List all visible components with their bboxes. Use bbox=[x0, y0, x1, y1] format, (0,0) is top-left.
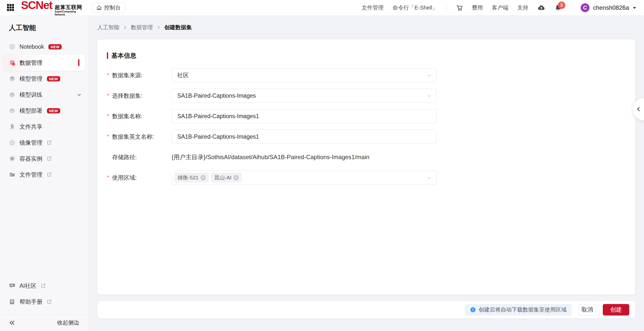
required-marker: * bbox=[107, 174, 110, 181]
usage-region-multiselect[interactable]: 雄衡-521 昆山-AI bbox=[172, 171, 436, 185]
breadcrumb-separator-icon bbox=[123, 25, 127, 30]
sidebar-item-label: 帮助手册 bbox=[20, 298, 42, 306]
section-title: 基本信息 bbox=[111, 52, 136, 60]
remove-tag-icon[interactable] bbox=[234, 175, 239, 180]
dataset-english-name-input[interactable] bbox=[172, 130, 436, 144]
cancel-button[interactable]: 取消 bbox=[578, 304, 596, 315]
remove-tag-icon[interactable] bbox=[200, 175, 206, 180]
double-chevron-left-icon bbox=[9, 319, 16, 326]
breadcrumb-ai[interactable]: 人工智能 bbox=[98, 24, 119, 31]
field-label: * 选择数据集: bbox=[107, 92, 172, 100]
new-badge: NEW bbox=[48, 44, 62, 50]
sidebar-item-label: 文件共享 bbox=[20, 123, 42, 131]
sidebar-item-model-management[interactable]: 模型管理 NEW bbox=[0, 71, 88, 87]
user-menu[interactable]: C chensh0826a bbox=[580, 3, 637, 13]
required-marker: * bbox=[107, 92, 110, 99]
console-button[interactable]: 控制台 bbox=[92, 3, 125, 13]
choose-dataset-select[interactable]: SA1B-Paired-Captions-Images bbox=[172, 89, 436, 103]
info-icon bbox=[470, 307, 476, 313]
section-header: 基本信息 bbox=[107, 52, 626, 60]
region-tag-label: 雄衡-521 bbox=[178, 174, 198, 181]
sidebar-item-label: 文件管理 bbox=[20, 171, 42, 179]
logo-en-text-1: SuperComputing bbox=[55, 10, 82, 13]
field-label: * 数据集来源: bbox=[107, 72, 172, 79]
scnet-logo[interactable]: SCNet 超算互联网 SuperComputing Network bbox=[21, 0, 82, 16]
form-card: 基本信息 * 数据集来源: 社区 bbox=[98, 40, 635, 294]
info-note-text: 创建后将自动下载数据集至使用区域 bbox=[479, 306, 566, 313]
apps-grid-icon[interactable] bbox=[7, 4, 14, 12]
chat-bubble-icon bbox=[9, 282, 16, 289]
sidebar: 人工智能 Notebook NEW 数据管理 模型管理 bbox=[0, 16, 88, 331]
sidebar-item-label: 模型部署 bbox=[20, 107, 42, 115]
nav-file-management[interactable]: 文件管理 bbox=[362, 4, 384, 12]
cart-icon[interactable] bbox=[456, 4, 463, 11]
sidebar-item-label: 镜像管理 bbox=[20, 139, 42, 147]
form-row-dataset-source: * 数据集来源: 社区 bbox=[107, 68, 626, 82]
sidebar-item-model-deployment[interactable]: 模型部署 NEW bbox=[0, 103, 88, 119]
notebook-icon bbox=[9, 44, 16, 50]
nav-client[interactable]: 客户端 bbox=[492, 4, 508, 12]
training-cube-icon bbox=[9, 91, 16, 98]
required-marker: * bbox=[107, 113, 110, 120]
region-tag: 雄衡-521 bbox=[174, 173, 208, 182]
create-button[interactable]: 创建 bbox=[603, 304, 629, 315]
breadcrumb-data-management[interactable]: 数据管理 bbox=[131, 24, 153, 31]
dataset-source-select[interactable]: 社区 bbox=[172, 68, 436, 82]
top-header: SCNet 超算互联网 SuperComputing Network 控制台 文… bbox=[0, 0, 644, 16]
chevron-down-icon bbox=[427, 176, 432, 180]
field-label: * 存储路径: bbox=[107, 153, 172, 161]
header-divider-2 bbox=[571, 4, 571, 12]
form-row-dataset-english-name: * 数据集英文名称: bbox=[107, 130, 626, 144]
sidebar-item-notebook[interactable]: Notebook NEW bbox=[0, 39, 88, 55]
collapse-sidebar-button[interactable]: 收起侧边 bbox=[0, 314, 88, 331]
sidebar-item-data-management[interactable]: 数据管理 bbox=[3, 55, 85, 71]
sidebar-item-file-sharing[interactable]: 文件共享 bbox=[0, 119, 88, 135]
notification-count-badge: 3 bbox=[558, 2, 565, 9]
cloud-upload-icon[interactable] bbox=[537, 4, 545, 12]
dataset-source-value: 社区 bbox=[177, 72, 189, 79]
caret-down-icon bbox=[632, 5, 637, 10]
collapse-sidebar-label: 收起侧边 bbox=[57, 319, 79, 326]
section-accent-bar bbox=[107, 52, 108, 59]
external-link-icon bbox=[40, 283, 46, 288]
sidebar-item-file-management[interactable]: 文件管理 bbox=[0, 167, 88, 183]
deploy-cube-icon bbox=[9, 107, 16, 114]
logo-en-text-2: Network bbox=[55, 13, 82, 16]
sidebar-item-help-manual[interactable]: 帮助手册 bbox=[0, 294, 88, 310]
sidebar-item-label: 数据管理 bbox=[20, 59, 42, 67]
chevron-down-icon bbox=[76, 92, 82, 98]
sidebar-item-label: Notebook bbox=[20, 44, 44, 50]
chevron-down-icon bbox=[427, 94, 432, 98]
sidebar-item-label: 模型训练 bbox=[20, 91, 42, 99]
folder-icon bbox=[9, 171, 16, 178]
external-link-icon bbox=[46, 299, 52, 304]
external-link-icon bbox=[46, 140, 52, 145]
home-icon bbox=[96, 5, 102, 11]
breadcrumb-separator-icon bbox=[156, 25, 161, 30]
field-label: * 数据集英文名称: bbox=[107, 133, 172, 141]
form-row-usage-region: * 使用区域: 雄衡-521 昆山-AI bbox=[107, 171, 626, 185]
info-note: 创建后将自动下载数据集至使用区域 bbox=[465, 304, 572, 315]
sidebar-item-container-instances[interactable]: 容器实例 bbox=[0, 151, 88, 167]
form-row-dataset-name: * 数据集名称: bbox=[107, 109, 626, 123]
container-icon bbox=[9, 155, 16, 162]
storage-path-value: {用户主目录}/SothisAI/dataset/Aihub/SA1B-Pair… bbox=[172, 150, 436, 164]
main-content: 人工智能 数据管理 创建数据集 基本信息 * 数据集来源: 社区 bbox=[88, 16, 644, 331]
nav-billing[interactable]: 费用 bbox=[472, 4, 483, 12]
sidebar-item-model-training[interactable]: 模型训练 bbox=[0, 87, 88, 103]
new-badge: NEW bbox=[47, 76, 60, 82]
sidebar-item-label: AI社区 bbox=[20, 282, 36, 290]
notifications-bell-icon[interactable]: 3 bbox=[554, 4, 562, 12]
help-book-icon bbox=[9, 298, 16, 305]
cube-icon bbox=[9, 76, 16, 82]
sidebar-item-image-management[interactable]: 镜像管理 bbox=[0, 135, 88, 151]
sidebar-item-ai-community[interactable]: AI社区 bbox=[0, 278, 88, 294]
external-link-icon bbox=[46, 172, 52, 177]
required-marker: * bbox=[107, 72, 110, 79]
nav-eshell[interactable]: 命令行「E-Shell」 bbox=[392, 4, 438, 12]
nav-support[interactable]: 支持 bbox=[518, 4, 528, 12]
logo-cn-text: 超算互联网 bbox=[55, 4, 82, 10]
dataset-name-input[interactable] bbox=[172, 109, 436, 123]
breadcrumb: 人工智能 数据管理 创建数据集 bbox=[98, 24, 635, 31]
avatar: C bbox=[580, 3, 590, 13]
